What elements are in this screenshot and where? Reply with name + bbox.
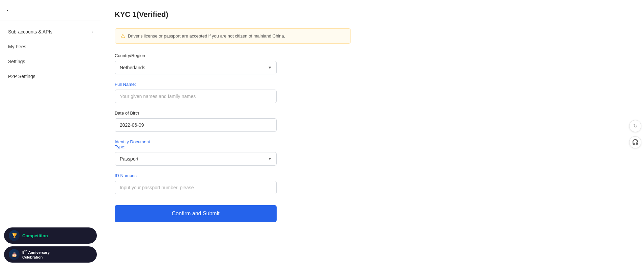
country-label: Country/Region <box>115 53 351 58</box>
warning-icon: ⚠ <box>120 33 125 39</box>
dob-label: Date of Birth <box>115 111 351 116</box>
sidebar-item-label: Sub-accounts & APIs <box>8 29 53 34</box>
refresh-button[interactable]: ↻ <box>629 120 641 132</box>
fullname-label: Full Name: <box>115 82 351 87</box>
id-type-label-group: Identity Document Type: <box>115 139 351 149</box>
id-type-group: Identity Document Type: Passport Driver'… <box>115 139 351 166</box>
anniversary-label: 9th AnniversaryCelebration <box>22 249 50 260</box>
notice-banner: ⚠ Driver's license or passport are accep… <box>115 28 351 44</box>
anniversary-badge[interactable]: 🎂 9th AnniversaryCelebration <box>4 246 97 263</box>
id-number-group: ID Number: <box>115 173 351 194</box>
id-type-label2: Type: <box>115 144 351 149</box>
sidebar-item-p2p[interactable]: P2P Settings <box>0 69 101 84</box>
country-group: Country/Region Netherlands China United … <box>115 53 351 74</box>
sidebar-item-label: P2P Settings <box>8 74 35 79</box>
dob-input[interactable] <box>115 118 277 132</box>
competition-badge[interactable]: 🏆 Competition <box>4 227 97 244</box>
headset-icon: 🎧 <box>632 139 639 145</box>
id-type-select[interactable]: Passport Driver's License National ID <box>115 152 277 166</box>
sidebar-nav: Sub-accounts & APIs ‹ My Fees Settings P… <box>0 21 101 84</box>
fullname-input[interactable] <box>115 90 277 103</box>
fullname-group: Full Name: <box>115 82 351 103</box>
id-type-label1: Identity Document <box>115 139 351 144</box>
sidebar-item-settings[interactable]: Settings <box>0 54 101 69</box>
chevron-icon: ‹ <box>91 29 93 34</box>
refresh-icon: ↻ <box>633 123 638 129</box>
dob-group: Date of Birth <box>115 111 351 132</box>
main-content: KYC 1(Verified) ⚠ Driver's license or pa… <box>101 0 644 268</box>
sidebar-item-fees[interactable]: My Fees <box>0 39 101 54</box>
support-button[interactable]: 🎧 <box>629 136 641 148</box>
confirm-submit-button[interactable]: Confirm and Submit <box>115 205 277 222</box>
country-select[interactable]: Netherlands China United States Germany … <box>115 61 277 74</box>
right-icons-panel: ↻ 🎧 <box>626 117 644 151</box>
notice-text: Driver's license or passport are accepte… <box>128 33 285 39</box>
sidebar-item-label: My Fees <box>8 44 26 49</box>
sidebar-item-label: Settings <box>8 59 25 64</box>
kyc-form: Country/Region Netherlands China United … <box>115 53 351 222</box>
sidebar-logo: · <box>0 7 101 21</box>
sidebar: · Sub-accounts & APIs ‹ My Fees Settings… <box>0 0 101 268</box>
sidebar-bottom: 🏆 Competition 🎂 9th AnniversaryCelebrati… <box>0 222 101 268</box>
id-number-label: ID Number: <box>115 173 351 178</box>
country-select-wrapper: Netherlands China United States Germany … <box>115 61 277 74</box>
competition-icon: 🏆 <box>9 230 20 241</box>
anniversary-icon: 🎂 <box>9 249 20 260</box>
page-title: KYC 1(Verified) <box>115 10 631 19</box>
sidebar-item-subaccounts[interactable]: Sub-accounts & APIs ‹ <box>0 24 101 39</box>
id-number-input[interactable] <box>115 181 277 194</box>
id-type-select-wrapper: Passport Driver's License National ID ▼ <box>115 152 277 166</box>
competition-label: Competition <box>22 233 48 238</box>
